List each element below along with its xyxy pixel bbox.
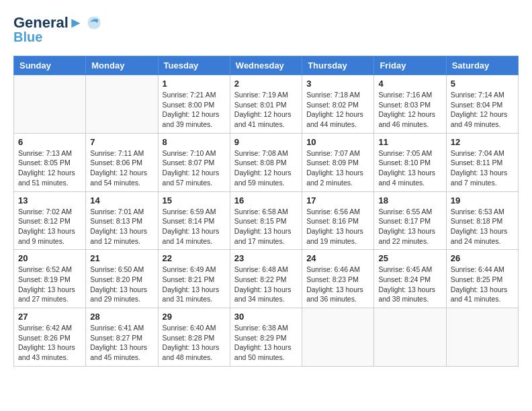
- day-info: Sunrise: 6:59 AM Sunset: 8:14 PM Dayligh…: [163, 207, 226, 246]
- day-number: 8: [163, 137, 226, 147]
- day-number: 20: [18, 253, 81, 263]
- day-info: Sunrise: 6:49 AM Sunset: 8:21 PM Dayligh…: [163, 265, 226, 304]
- day-info: Sunrise: 6:38 AM Sunset: 8:29 PM Dayligh…: [234, 323, 298, 363]
- calendar-cell: 15Sunrise: 6:59 AM Sunset: 8:14 PM Dayli…: [158, 191, 230, 250]
- calendar-cell: 1Sunrise: 7:21 AM Sunset: 8:00 PM Daylig…: [158, 75, 230, 134]
- calendar-cell: 5Sunrise: 7:14 AM Sunset: 8:04 PM Daylig…: [446, 75, 518, 134]
- day-info: Sunrise: 6:45 AM Sunset: 8:24 PM Dayligh…: [378, 265, 441, 304]
- day-number: 22: [163, 253, 226, 263]
- calendar-cell: 18Sunrise: 6:55 AM Sunset: 8:17 PM Dayli…: [374, 191, 446, 250]
- calendar-cell: 17Sunrise: 6:56 AM Sunset: 8:16 PM Dayli…: [302, 191, 374, 250]
- calendar-cell: 27Sunrise: 6:42 AM Sunset: 8:26 PM Dayli…: [14, 308, 86, 367]
- calendar-cell: 7Sunrise: 7:11 AM Sunset: 8:06 PM Daylig…: [86, 133, 158, 191]
- calendar-cell: 24Sunrise: 6:46 AM Sunset: 8:23 PM Dayli…: [302, 250, 374, 308]
- day-number: 27: [18, 312, 81, 322]
- day-info: Sunrise: 6:56 AM Sunset: 8:16 PM Dayligh…: [306, 207, 369, 246]
- day-number: 12: [451, 137, 514, 147]
- calendar-cell: 19Sunrise: 6:53 AM Sunset: 8:18 PM Dayli…: [446, 191, 518, 250]
- day-number: 4: [378, 79, 441, 89]
- day-info: Sunrise: 7:19 AM Sunset: 8:01 PM Dayligh…: [234, 90, 298, 130]
- calendar-week-row: 27Sunrise: 6:42 AM Sunset: 8:26 PM Dayli…: [14, 308, 519, 367]
- day-number: 17: [306, 195, 369, 205]
- day-number: 14: [90, 195, 153, 205]
- calendar-cell: 10Sunrise: 7:07 AM Sunset: 8:09 PM Dayli…: [302, 133, 374, 191]
- day-number: 7: [90, 137, 153, 147]
- day-number: 15: [163, 195, 226, 205]
- day-info: Sunrise: 7:04 AM Sunset: 8:11 PM Dayligh…: [451, 148, 514, 188]
- calendar-cell: [446, 308, 518, 367]
- day-number: 25: [378, 253, 441, 263]
- day-number: 23: [234, 253, 298, 263]
- day-info: Sunrise: 7:21 AM Sunset: 8:00 PM Dayligh…: [163, 90, 226, 130]
- weekday-header: Monday: [86, 56, 158, 75]
- calendar-cell: [302, 308, 374, 367]
- calendar-cell: 22Sunrise: 6:49 AM Sunset: 8:21 PM Dayli…: [158, 250, 230, 308]
- day-number: 9: [234, 137, 298, 147]
- day-info: Sunrise: 7:11 AM Sunset: 8:06 PM Dayligh…: [90, 148, 153, 188]
- calendar-cell: [14, 75, 86, 134]
- day-info: Sunrise: 6:42 AM Sunset: 8:26 PM Dayligh…: [18, 323, 81, 363]
- day-number: 13: [18, 195, 81, 205]
- day-number: 2: [234, 79, 298, 89]
- weekday-header: Thursday: [302, 56, 374, 75]
- calendar-cell: 20Sunrise: 6:52 AM Sunset: 8:19 PM Dayli…: [14, 250, 86, 308]
- day-number: 1: [163, 79, 226, 89]
- calendar-cell: 8Sunrise: 7:10 AM Sunset: 8:07 PM Daylig…: [158, 133, 230, 191]
- calendar-cell: 29Sunrise: 6:40 AM Sunset: 8:28 PM Dayli…: [158, 308, 230, 367]
- calendar-cell: 14Sunrise: 7:01 AM Sunset: 8:13 PM Dayli…: [86, 191, 158, 250]
- day-number: 16: [234, 195, 298, 205]
- day-info: Sunrise: 6:46 AM Sunset: 8:23 PM Dayligh…: [306, 265, 369, 304]
- calendar-cell: 9Sunrise: 7:08 AM Sunset: 8:08 PM Daylig…: [230, 133, 302, 191]
- calendar-cell: 4Sunrise: 7:16 AM Sunset: 8:03 PM Daylig…: [374, 75, 446, 134]
- weekday-header: Saturday: [446, 56, 518, 75]
- weekday-header: Tuesday: [158, 56, 230, 75]
- calendar-week-row: 20Sunrise: 6:52 AM Sunset: 8:19 PM Dayli…: [14, 250, 519, 308]
- day-info: Sunrise: 7:14 AM Sunset: 8:04 PM Dayligh…: [451, 90, 514, 130]
- day-info: Sunrise: 6:44 AM Sunset: 8:25 PM Dayligh…: [451, 265, 514, 304]
- day-number: 18: [378, 195, 441, 205]
- day-info: Sunrise: 6:52 AM Sunset: 8:19 PM Dayligh…: [18, 265, 81, 304]
- day-info: Sunrise: 6:40 AM Sunset: 8:28 PM Dayligh…: [163, 323, 226, 363]
- weekday-header-row: SundayMondayTuesdayWednesdayThursdayFrid…: [14, 56, 519, 75]
- calendar: SundayMondayTuesdayWednesdayThursdayFrid…: [13, 56, 519, 367]
- day-info: Sunrise: 7:08 AM Sunset: 8:08 PM Dayligh…: [234, 148, 298, 188]
- calendar-week-row: 6Sunrise: 7:13 AM Sunset: 8:05 PM Daylig…: [14, 133, 519, 191]
- day-info: Sunrise: 7:10 AM Sunset: 8:07 PM Dayligh…: [163, 148, 226, 188]
- calendar-cell: 3Sunrise: 7:18 AM Sunset: 8:02 PM Daylig…: [302, 75, 374, 134]
- calendar-cell: 12Sunrise: 7:04 AM Sunset: 8:11 PM Dayli…: [446, 133, 518, 191]
- calendar-cell: 25Sunrise: 6:45 AM Sunset: 8:24 PM Dayli…: [374, 250, 446, 308]
- calendar-week-row: 1Sunrise: 7:21 AM Sunset: 8:00 PM Daylig…: [14, 75, 519, 134]
- day-number: 19: [451, 195, 514, 205]
- day-number: 21: [90, 253, 153, 263]
- day-number: 28: [90, 312, 153, 322]
- day-info: Sunrise: 6:50 AM Sunset: 8:20 PM Dayligh…: [90, 265, 153, 304]
- logo: General► Blue: [13, 13, 103, 45]
- calendar-cell: 6Sunrise: 7:13 AM Sunset: 8:05 PM Daylig…: [14, 133, 86, 191]
- day-number: 30: [234, 312, 298, 322]
- calendar-cell: 26Sunrise: 6:44 AM Sunset: 8:25 PM Dayli…: [446, 250, 518, 308]
- day-info: Sunrise: 7:18 AM Sunset: 8:02 PM Dayligh…: [306, 90, 369, 130]
- calendar-cell: [86, 75, 158, 134]
- calendar-cell: 2Sunrise: 7:19 AM Sunset: 8:01 PM Daylig…: [230, 75, 302, 134]
- day-info: Sunrise: 6:48 AM Sunset: 8:22 PM Dayligh…: [234, 265, 298, 304]
- day-number: 5: [451, 79, 514, 89]
- day-number: 3: [306, 79, 369, 89]
- calendar-cell: 28Sunrise: 6:41 AM Sunset: 8:27 PM Dayli…: [86, 308, 158, 367]
- logo-icon: [85, 13, 103, 32]
- day-info: Sunrise: 7:13 AM Sunset: 8:05 PM Dayligh…: [18, 148, 81, 188]
- calendar-cell: 21Sunrise: 6:50 AM Sunset: 8:20 PM Dayli…: [86, 250, 158, 308]
- weekday-header: Friday: [374, 56, 446, 75]
- calendar-cell: [374, 308, 446, 367]
- day-info: Sunrise: 6:58 AM Sunset: 8:15 PM Dayligh…: [234, 207, 298, 246]
- weekday-header: Sunday: [14, 56, 86, 75]
- day-number: 24: [306, 253, 369, 263]
- calendar-cell: 16Sunrise: 6:58 AM Sunset: 8:15 PM Dayli…: [230, 191, 302, 250]
- day-number: 6: [18, 137, 81, 147]
- day-info: Sunrise: 7:02 AM Sunset: 8:12 PM Dayligh…: [18, 207, 81, 246]
- day-number: 10: [306, 137, 369, 147]
- calendar-cell: 13Sunrise: 7:02 AM Sunset: 8:12 PM Dayli…: [14, 191, 86, 250]
- weekday-header: Wednesday: [230, 56, 302, 75]
- day-info: Sunrise: 7:01 AM Sunset: 8:13 PM Dayligh…: [90, 207, 153, 246]
- calendar-week-row: 13Sunrise: 7:02 AM Sunset: 8:12 PM Dayli…: [14, 191, 519, 250]
- page-header: General► Blue: [13, 13, 519, 45]
